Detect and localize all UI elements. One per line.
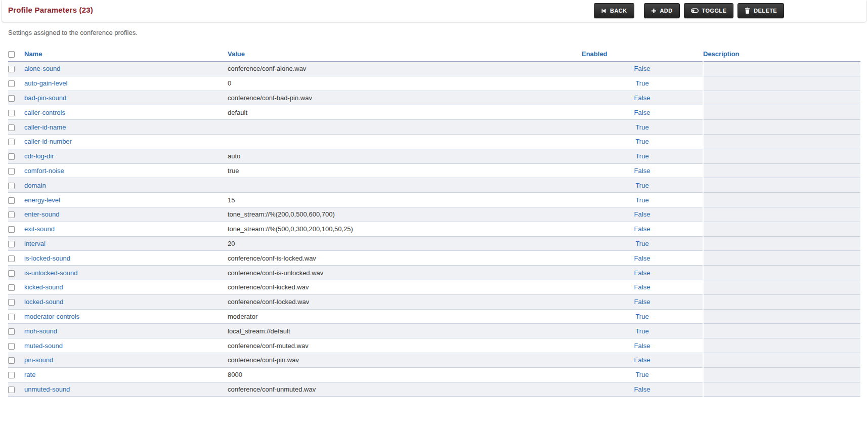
row-value: local_stream://default: [228, 327, 290, 335]
row-checkbox[interactable]: [8, 255, 15, 262]
select-all-checkbox[interactable]: [8, 51, 15, 58]
row-enabled-link[interactable]: True: [635, 79, 648, 87]
row-enabled-link[interactable]: False: [634, 94, 650, 102]
row-enabled-link[interactable]: False: [634, 254, 650, 262]
row-enabled-link[interactable]: True: [635, 327, 648, 335]
row-checkbox[interactable]: [8, 211, 15, 218]
row-name-link[interactable]: caller-id-name: [24, 123, 66, 131]
row-name-link[interactable]: muted-sound: [24, 342, 63, 350]
row-checkbox[interactable]: [8, 139, 15, 145]
column-header-description[interactable]: Description: [703, 50, 740, 58]
table-row: locked-sound conference/conf-locked.wav …: [8, 294, 860, 309]
row-value: conference/conf-bad-pin.wav: [228, 94, 312, 102]
row-name-link[interactable]: enter-sound: [24, 210, 59, 218]
row-enabled-link[interactable]: False: [634, 210, 650, 218]
row-name-link[interactable]: kicked-sound: [24, 283, 63, 291]
row-checkbox[interactable]: [8, 124, 15, 131]
row-name-link[interactable]: bad-pin-sound: [24, 94, 66, 102]
row-name-link[interactable]: energy-level: [24, 196, 60, 204]
row-checkbox[interactable]: [8, 299, 15, 306]
row-checkbox[interactable]: [8, 110, 15, 116]
row-checkbox[interactable]: [8, 80, 15, 87]
add-button[interactable]: ADD: [644, 3, 680, 18]
row-checkbox[interactable]: [8, 314, 15, 320]
row-value: true: [228, 167, 239, 175]
row-value: conference/conf-unmuted.wav: [228, 386, 316, 393]
row-checkbox[interactable]: [8, 328, 15, 335]
row-enabled-link[interactable]: True: [635, 240, 648, 247]
toggle-button[interactable]: TOGGLE: [684, 3, 734, 18]
row-name-link[interactable]: rate: [24, 371, 35, 378]
row-name-link[interactable]: moh-sound: [24, 327, 57, 335]
row-name-link[interactable]: caller-id-number: [24, 138, 72, 145]
table-row: pin-sound conference/conf-pin.wav False: [8, 353, 860, 367]
delete-button[interactable]: DELETE: [737, 3, 784, 18]
column-header-value[interactable]: Value: [228, 50, 245, 58]
row-enabled-link[interactable]: False: [634, 386, 650, 393]
row-name-link[interactable]: domain: [24, 182, 46, 189]
column-header-name[interactable]: Name: [24, 50, 42, 58]
table-row: interval 20 True: [8, 236, 860, 251]
table-row: is-locked-sound conference/conf-is-locke…: [8, 251, 860, 266]
row-checkbox[interactable]: [8, 284, 15, 291]
row-name-link[interactable]: pin-sound: [24, 356, 53, 364]
row-checkbox[interactable]: [8, 241, 15, 247]
row-checkbox[interactable]: [8, 357, 15, 364]
row-enabled-link[interactable]: True: [635, 371, 648, 378]
column-header-enabled[interactable]: Enabled: [582, 50, 607, 58]
delete-button-label: DELETE: [754, 8, 777, 14]
row-value: tone_stream://%(500,0,300,200,100,50,25): [228, 225, 353, 233]
row-checkbox[interactable]: [8, 387, 15, 393]
row-enabled-link[interactable]: False: [634, 225, 650, 233]
row-enabled-link[interactable]: True: [635, 182, 648, 189]
row-enabled-link[interactable]: False: [634, 65, 650, 72]
row-checkbox[interactable]: [8, 197, 15, 204]
row-name-link[interactable]: interval: [24, 240, 46, 247]
row-enabled-link[interactable]: False: [634, 269, 650, 277]
table-row: kicked-sound conference/conf-kicked.wav …: [8, 280, 860, 294]
row-name-link[interactable]: moderator-controls: [24, 313, 79, 320]
row-enabled-link[interactable]: True: [635, 123, 648, 131]
row-checkbox[interactable]: [8, 226, 15, 233]
row-value: 0: [228, 79, 231, 87]
page-title: Profile Parameters (23): [8, 6, 93, 14]
row-enabled-link[interactable]: False: [634, 283, 650, 291]
row-name-link[interactable]: unmuted-sound: [24, 386, 70, 393]
row-name-link[interactable]: locked-sound: [24, 298, 63, 306]
row-value: 20: [228, 240, 235, 247]
parameters-table: Name Value Enabled Description alone-sou…: [8, 47, 860, 397]
back-button[interactable]: BACK: [594, 3, 634, 18]
row-name-link[interactable]: caller-controls: [24, 109, 65, 116]
row-name-link[interactable]: auto-gain-level: [24, 79, 67, 87]
table-body: alone-sound conference/conf-alone.wav Fa…: [8, 62, 860, 397]
row-enabled-link[interactable]: False: [634, 342, 650, 350]
row-enabled-link[interactable]: False: [634, 298, 650, 306]
row-checkbox[interactable]: [8, 66, 15, 72]
table-row: domain True: [8, 178, 860, 193]
table-row: alone-sound conference/conf-alone.wav Fa…: [8, 62, 860, 76]
row-name-link[interactable]: comfort-noise: [24, 167, 64, 175]
row-checkbox[interactable]: [8, 183, 15, 189]
row-checkbox[interactable]: [8, 372, 15, 378]
row-checkbox[interactable]: [8, 95, 15, 102]
add-button-label: ADD: [660, 8, 673, 14]
row-enabled-link[interactable]: False: [634, 167, 650, 175]
row-enabled-link[interactable]: True: [635, 138, 648, 145]
row-value: conference/conf-alone.wav: [228, 65, 306, 72]
row-checkbox[interactable]: [8, 168, 15, 175]
table-row: enter-sound tone_stream://%(200,0,500,60…: [8, 207, 860, 222]
row-enabled-link[interactable]: True: [635, 313, 648, 320]
row-checkbox[interactable]: [8, 343, 15, 350]
row-name-link[interactable]: exit-sound: [24, 225, 55, 233]
row-name-link[interactable]: cdr-log-dir: [24, 152, 54, 160]
row-enabled-link[interactable]: False: [634, 356, 650, 364]
table-row: auto-gain-level 0 True: [8, 76, 860, 91]
row-name-link[interactable]: alone-sound: [24, 65, 61, 72]
row-name-link[interactable]: is-locked-sound: [24, 254, 70, 262]
row-checkbox[interactable]: [8, 153, 15, 160]
row-enabled-link[interactable]: True: [635, 152, 648, 160]
row-enabled-link[interactable]: True: [635, 196, 648, 204]
row-enabled-link[interactable]: False: [634, 109, 650, 116]
row-name-link[interactable]: is-unlocked-sound: [24, 269, 78, 277]
row-checkbox[interactable]: [8, 270, 15, 277]
